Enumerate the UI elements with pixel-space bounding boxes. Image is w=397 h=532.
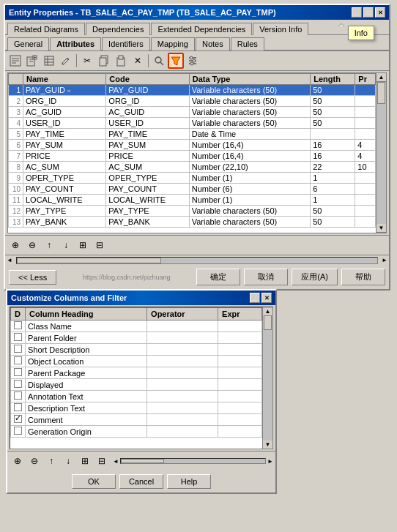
cust-col-heading[interactable]: Column Heading [26, 308, 147, 321]
vertical-scrollbar[interactable]: ▲ ▼ [376, 73, 386, 233]
col-datatype[interactable]: Data Type [189, 74, 311, 85]
confirm-button[interactable]: 确定 [196, 269, 240, 285]
cust-scroll-right[interactable]: ► [267, 458, 273, 465]
list-item[interactable]: Parent Folder [11, 332, 262, 344]
checkbox-unchecked[interactable] [14, 333, 22, 341]
table-row[interactable]: 11LOCAL_WRITELOCAL_WRITENumber (1)1 [9, 195, 376, 206]
cust-add-btn[interactable]: ⊕ [10, 453, 26, 469]
checkbox-unchecked[interactable] [14, 403, 22, 411]
table-row[interactable]: 8AC_SUMAC_SUMNumber (22,10)2210 [9, 162, 376, 173]
list-item[interactable]: Class Name [11, 321, 262, 332]
checkbox-unchecked[interactable] [14, 391, 22, 400]
table-row[interactable]: 12PAY_TYPEPAY_TYPEVariable characters (5… [9, 206, 376, 217]
list-item[interactable]: Object Location [11, 356, 262, 367]
col-pr[interactable]: Pr [355, 74, 376, 85]
tab-version-info[interactable]: Version Info [253, 23, 308, 35]
list-item[interactable]: Comment [11, 414, 262, 426]
list-item[interactable]: Parent Package [11, 367, 262, 379]
checkbox-unchecked[interactable] [14, 427, 22, 435]
maximize-button[interactable]: □ [363, 7, 374, 18]
cust-remove-btn[interactable]: ⊖ [26, 453, 42, 469]
list-item[interactable]: Displayed [11, 379, 262, 391]
paste-btn[interactable] [113, 53, 129, 69]
customize-close-btn[interactable]: ✕ [261, 293, 272, 303]
checkbox-unchecked[interactable] [14, 356, 22, 364]
move-up-btn[interactable]: ↑ [41, 237, 57, 253]
list-item[interactable]: Short Description [11, 344, 262, 356]
filter-btn[interactable] [168, 53, 184, 69]
customize-btn[interactable] [185, 53, 201, 69]
list-item[interactable]: Annotation Text [11, 391, 262, 402]
scroll-track[interactable] [16, 257, 378, 264]
cust-expand-btn[interactable]: ⊞ [77, 453, 93, 469]
list-btn[interactable] [41, 53, 57, 69]
tab-extended-dependencies[interactable]: Extended Dependencies [151, 23, 252, 35]
col-code[interactable]: Code [106, 74, 189, 85]
cust-scroll-up[interactable]: ▲ [264, 307, 272, 315]
collapse-btn[interactable]: ⊟ [92, 237, 108, 253]
move-down-btn[interactable]: ↓ [58, 237, 74, 253]
table-row[interactable]: 9OPER_TYPEOPER_TYPENumber (1)1 [9, 173, 376, 184]
delete-btn[interactable]: ✕ [130, 53, 146, 69]
col-name[interactable]: Name [23, 74, 106, 85]
minimize-button[interactable]: _ [352, 7, 362, 18]
table-row[interactable]: 10PAY_COUNTPAY_COUNTNumber (6)6 [9, 184, 376, 195]
less-button[interactable]: << Less [9, 270, 56, 285]
copy-btn[interactable] [96, 53, 112, 69]
cancel-button[interactable]: 取消 [244, 269, 288, 285]
cust-up-btn[interactable]: ↑ [43, 453, 59, 469]
customize-minimize-btn[interactable]: _ [250, 293, 260, 303]
cust-help-button[interactable]: Help [167, 474, 211, 489]
cust-scroll-left[interactable]: ◄ [113, 458, 119, 465]
customize-scrollbar[interactable]: ▲ ▼ [262, 307, 272, 449]
cust-col-expr[interactable]: Expr [218, 308, 262, 321]
cust-hscroll[interactable]: ◄ ► [113, 458, 273, 465]
cust-scroll-thumb[interactable] [264, 315, 272, 330]
scroll-down-arrow[interactable]: ▼ [376, 224, 386, 233]
checkbox-unchecked[interactable] [14, 368, 22, 376]
cust-ok-button[interactable]: OK [72, 474, 116, 489]
col-length[interactable]: Length [311, 74, 355, 85]
find-btn[interactable] [151, 53, 167, 69]
tab-notes[interactable]: Notes [196, 37, 230, 50]
table-row[interactable]: 2ORG_IDORG_IDVariable characters (50)50 [9, 96, 376, 107]
cust-scroll-down[interactable]: ▼ [264, 441, 272, 449]
scroll-thumb[interactable] [17, 258, 161, 263]
scroll-up-arrow[interactable]: ▲ [376, 73, 386, 82]
close-button[interactable]: ✕ [375, 7, 385, 18]
horizontal-scrollbar[interactable]: ◄ ► [5, 255, 389, 265]
tab-attributes[interactable]: Attributes [50, 37, 101, 50]
list-item[interactable]: Generation Origin [11, 426, 262, 438]
add-btn[interactable]: ⊕ [7, 237, 23, 253]
expand-btn[interactable]: ⊞ [75, 237, 91, 253]
list-item[interactable]: Description Text [11, 402, 262, 414]
edit-btn[interactable] [58, 53, 74, 69]
scroll-right-arrow[interactable]: ► [380, 257, 389, 263]
table-row[interactable]: 5PAY_TIMEPAY_TIMEDate & Time [9, 129, 376, 140]
table-row[interactable]: 3AC_GUIDAC_GUIDVariable characters (50)5… [9, 107, 376, 118]
table-row[interactable]: 6PAY_SUMPAY_SUMNumber (16,4)164 [9, 140, 376, 151]
tab-general[interactable]: General [7, 37, 49, 50]
checkbox-unchecked[interactable] [14, 321, 22, 329]
help-button[interactable]: 帮助 [341, 269, 385, 285]
checkbox-checked[interactable] [14, 415, 22, 423]
table-row[interactable]: 1PAY_GUID =PAY_GUIDVariable characters (… [9, 85, 376, 96]
cut-btn[interactable]: ✂ [79, 53, 95, 69]
tab-mapping[interactable]: Mapping [151, 37, 195, 50]
tab-identifiers[interactable]: Identifiers [102, 37, 150, 50]
cust-scroll-track[interactable] [120, 458, 266, 464]
new-btn2[interactable] [24, 53, 40, 69]
tab-rules[interactable]: Rules [231, 37, 264, 50]
checkbox-unchecked[interactable] [14, 380, 22, 388]
checkbox-unchecked[interactable] [14, 345, 22, 353]
cust-col-operator[interactable]: Operator [147, 308, 218, 321]
scroll-left-arrow[interactable]: ◄ [5, 257, 14, 263]
table-row[interactable]: 13PAY_BANKPAY_BANKVariable characters (5… [9, 217, 376, 228]
new-row-btn[interactable] [7, 53, 23, 69]
cust-cancel-button[interactable]: Cancel [119, 474, 163, 489]
cust-down-btn[interactable]: ↓ [60, 453, 76, 469]
scroll-thumb[interactable] [377, 82, 385, 104]
tab-dependencies[interactable]: Dependencies [86, 23, 150, 35]
cust-scroll-thumb-h[interactable] [121, 459, 164, 463]
table-row[interactable]: 4USER_IDUSER_IDVariable characters (50)5… [9, 118, 376, 129]
